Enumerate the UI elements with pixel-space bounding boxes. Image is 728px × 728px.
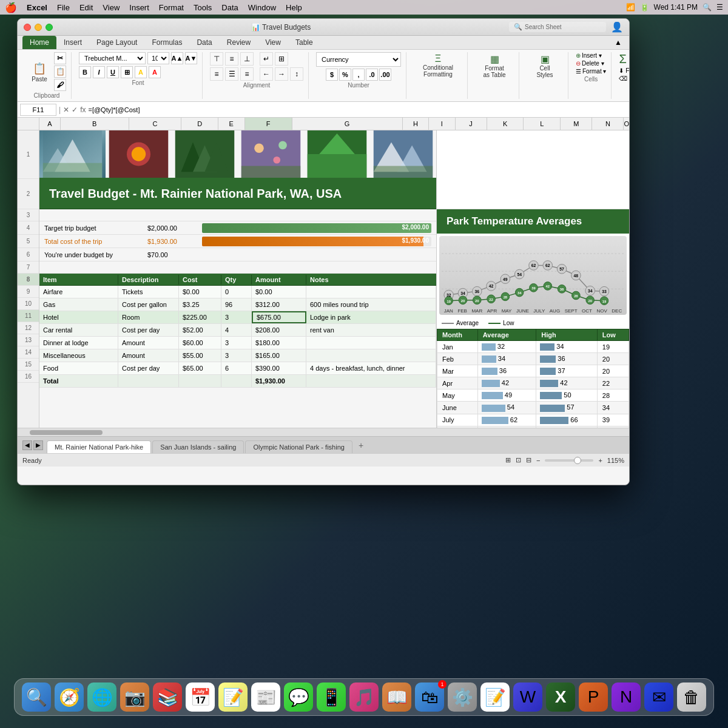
normal-view-button[interactable]: ⊞ <box>505 456 511 464</box>
dock-word[interactable]: W <box>513 682 542 712</box>
dock-onenote[interactable]: N <box>612 682 641 712</box>
format-cells-button[interactable]: ☰ Format ▾ <box>576 68 606 75</box>
menu-window[interactable]: Window <box>248 3 276 12</box>
dock-textedit[interactable]: 📝 <box>480 682 510 712</box>
dock-photos[interactable]: 📷 <box>120 682 149 712</box>
zoom-slider[interactable] <box>545 459 593 462</box>
align-top-button[interactable]: ⊤ <box>210 52 223 66</box>
collapse-ribbon-icon[interactable]: ▲ <box>612 37 624 48</box>
clear-button[interactable]: ⌫ Clear ▾ <box>619 75 630 82</box>
add-sheet-button[interactable]: + <box>354 438 368 453</box>
increase-decimal-button[interactable]: .0 <box>366 69 378 81</box>
table-row[interactable]: Car rental Cost per day $52.00 4 $208.00… <box>39 324 436 337</box>
text-direction-button[interactable]: ↕ <box>290 67 303 81</box>
sheet-tab-sanjuan[interactable]: San Juan Islands - sailing <box>152 440 244 453</box>
decrease-decimal-button[interactable]: .00 <box>379 69 391 81</box>
menu-edit[interactable]: Edit <box>79 3 93 12</box>
copy-button[interactable]: 📋 <box>54 66 66 78</box>
increase-font-button[interactable]: A▲ <box>171 52 183 64</box>
table-row[interactable]: Airfare Tickets $0.00 0 $0.00 <box>39 286 436 298</box>
menu-file[interactable]: File <box>57 3 70 12</box>
dock-calendar[interactable]: 📅 <box>186 682 215 712</box>
dock-books[interactable]: 📚 <box>153 682 182 712</box>
tab-data[interactable]: Data <box>189 36 219 49</box>
tab-home[interactable]: Home <box>22 36 56 49</box>
align-bottom-button[interactable]: ⊥ <box>240 52 254 66</box>
comma-button[interactable]: , <box>352 69 365 81</box>
font-color-button[interactable]: A <box>149 66 161 78</box>
search-icon[interactable]: 🔍 <box>703 3 712 12</box>
dock-notes[interactable]: 📝 <box>218 682 248 712</box>
cell-reference-input[interactable] <box>20 104 56 116</box>
fill-button[interactable]: ⬇ Fill ▾ <box>619 67 630 74</box>
dock-news[interactable]: 📰 <box>251 682 280 712</box>
conditional-formatting-button[interactable]: Ξ ConditionalFormatting <box>414 52 462 79</box>
menu-insert[interactable]: Insert <box>129 3 149 12</box>
wrap-text-button[interactable]: ↵ <box>260 52 273 66</box>
dock-settings[interactable]: ⚙️ <box>448 682 477 712</box>
underline-button[interactable]: U <box>107 66 119 78</box>
insert-cells-button[interactable]: ⊕ Insert ▾ <box>576 52 606 59</box>
menu-format[interactable]: Format <box>159 3 184 12</box>
decrease-font-button[interactable]: A▼ <box>185 52 197 64</box>
menu-view[interactable]: View <box>103 3 120 12</box>
table-row[interactable]: Miscellaneous Amount $55.00 3 $165.00 <box>39 349 436 362</box>
align-middle-button[interactable]: ≡ <box>225 52 238 66</box>
dock-books2[interactable]: 📖 <box>382 682 411 712</box>
number-format-select[interactable]: Currency <box>316 52 401 67</box>
dock-facetime[interactable]: 📱 <box>317 682 346 712</box>
maximize-button[interactable] <box>46 24 53 31</box>
table-row[interactable]: Gas Cost per gallon $3.25 96 $312.00 600… <box>39 298 436 311</box>
dock-trash[interactable]: 🗑 <box>677 682 706 712</box>
indent-more-button[interactable]: → <box>275 67 288 81</box>
formula-input[interactable] <box>88 104 627 116</box>
percent-button[interactable]: % <box>339 69 351 81</box>
italic-button[interactable]: I <box>93 66 105 78</box>
highlight-button[interactable]: A <box>135 66 147 78</box>
font-size-select[interactable]: 10 <box>147 52 169 64</box>
account-icon[interactable]: 👤 <box>611 21 623 33</box>
indent-less-button[interactable]: ← <box>260 67 273 81</box>
cancel-formula-icon[interactable]: ✕ <box>63 106 69 114</box>
sheet-nav-next[interactable]: ▶ <box>33 440 43 450</box>
dock-music[interactable]: 🎵 <box>349 682 379 712</box>
tab-insert[interactable]: Insert <box>56 36 89 49</box>
align-right-button[interactable]: ≡ <box>240 67 254 81</box>
close-button[interactable] <box>24 24 31 31</box>
table-row[interactable]: Total $1,930.00 <box>39 375 436 388</box>
page-break-view-button[interactable]: ⊟ <box>526 456 531 464</box>
paste-button[interactable]: 📋 Paste <box>27 60 52 84</box>
bold-button[interactable]: B <box>79 66 91 78</box>
tab-table[interactable]: Table <box>288 36 320 49</box>
cell-styles-button[interactable]: ▣ CellStyles <box>527 52 563 79</box>
minimize-button[interactable] <box>35 24 42 31</box>
zoom-out-button[interactable]: − <box>536 457 540 464</box>
zoom-in-button[interactable]: + <box>598 457 602 464</box>
sheet-tab-olympic[interactable]: Olympic National Park - fishing <box>245 440 352 453</box>
control-center-icon[interactable]: ☰ <box>716 3 723 12</box>
table-row[interactable]: Hotel Room $225.00 3 $675.00 Lodge in pa… <box>39 311 436 324</box>
font-name-select[interactable]: Trebuchet M... <box>79 52 146 64</box>
horizontal-scrollbar[interactable] <box>18 428 629 436</box>
align-center-button[interactable]: ☰ <box>225 67 238 81</box>
dock-messages[interactable]: 💬 <box>284 682 313 712</box>
sheet-search[interactable]: 🔍 Search Sheet <box>509 22 606 32</box>
cut-button[interactable]: ✂ <box>54 52 66 64</box>
apple-menu[interactable]: 🍎 <box>5 2 17 13</box>
menu-data[interactable]: Data <box>221 3 238 12</box>
tab-review[interactable]: Review <box>220 36 258 49</box>
table-row[interactable]: Food Cost per day $65.00 6 $390.00 4 day… <box>39 362 436 375</box>
page-layout-view-button[interactable]: ⊡ <box>516 456 521 464</box>
dock-finder[interactable]: 🔍 <box>22 682 51 712</box>
autosum-button[interactable]: Σ <box>619 52 630 66</box>
border-button[interactable]: ⊞ <box>121 66 133 78</box>
dock-powerpoint[interactable]: P <box>579 682 608 712</box>
dock-excel[interactable]: X <box>546 682 575 712</box>
menu-help[interactable]: Help <box>286 3 302 12</box>
format-as-table-button[interactable]: ▦ Formatas Table <box>475 52 514 79</box>
dock-safari[interactable]: 🌐 <box>87 682 116 712</box>
delete-cells-button[interactable]: ⊖ Delete ▾ <box>576 60 606 67</box>
merge-button[interactable]: ⊞ <box>275 52 288 66</box>
sheet-nav-prev[interactable]: ◀ <box>22 440 32 450</box>
confirm-formula-icon[interactable]: ✓ <box>72 106 78 114</box>
